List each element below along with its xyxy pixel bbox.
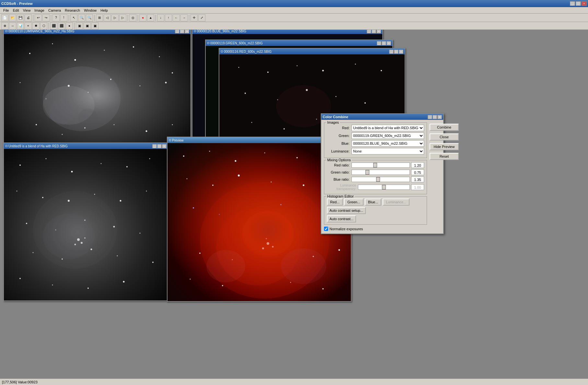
tb2-btn1[interactable]: ⊕ — [1, 22, 8, 29]
pointer-button[interactable]: ↖ — [70, 14, 77, 21]
red-select[interactable]: Untitled9 is a blend of Ha with RED.SBIG — [352, 125, 424, 131]
green-row: Green: 00000119.GREEN_600s_m22.SBIG — [327, 132, 424, 139]
blend-maximize[interactable]: □ — [157, 144, 162, 148]
blue-select[interactable]: 00000120.BLUE_960s_m22.SBIG — [352, 140, 424, 147]
tb2-btn8[interactable]: ⬛ — [58, 22, 65, 29]
undo-button[interactable]: ↩ — [35, 14, 42, 21]
arrow-right-button[interactable]: → — [180, 14, 188, 21]
blue-hist-button[interactable]: Blue... — [365, 198, 381, 206]
open-button[interactable]: 📂 — [9, 14, 16, 21]
tb2-btn12[interactable]: ▣ — [91, 22, 98, 29]
dialog-maximize[interactable]: □ — [432, 115, 437, 119]
svg-point-148 — [281, 248, 326, 284]
green-maximize[interactable]: □ — [382, 41, 386, 45]
red-hist-button[interactable]: Red... — [327, 198, 343, 206]
circle-red-button[interactable]: ● — [139, 14, 146, 21]
triangle-button[interactable]: ▲ — [147, 14, 154, 21]
hide-preview-button[interactable]: Hide Preview — [430, 143, 459, 150]
arrow-down-button[interactable]: ↓ — [157, 14, 164, 21]
normalize-checkbox[interactable] — [324, 227, 328, 231]
blend-close[interactable]: × — [162, 144, 167, 148]
tb2-btn10[interactable]: ▣ — [76, 22, 83, 29]
green-minimize[interactable]: _ — [377, 41, 381, 45]
green-hist-button[interactable]: Green... — [344, 198, 363, 206]
svg-point-14 — [36, 124, 37, 125]
luminance-hist-button[interactable]: Luminance... — [383, 198, 409, 206]
play-button[interactable]: ▷ — [111, 14, 119, 21]
svg-point-118 — [264, 153, 265, 153]
lum-trans-slider[interactable] — [358, 185, 410, 190]
svg-point-27 — [49, 99, 75, 125]
minimize-button[interactable]: _ — [570, 1, 575, 6]
next-button[interactable]: ▷ — [119, 14, 126, 21]
blue-ratio-slider[interactable] — [352, 177, 410, 182]
red-minimize[interactable]: _ — [389, 50, 394, 54]
dialog-minimize[interactable]: _ — [428, 115, 432, 119]
menu-camera[interactable]: Camera — [46, 8, 63, 13]
prev-button[interactable]: ◁ — [104, 14, 111, 21]
menu-file[interactable]: File — [1, 8, 11, 13]
svg-point-126 — [303, 185, 305, 186]
blend-stars — [4, 149, 168, 300]
menu-view[interactable]: View — [21, 8, 33, 13]
svg-point-139 — [339, 249, 340, 251]
svg-point-141 — [222, 285, 223, 286]
red-maximize[interactable]: □ — [394, 50, 398, 54]
maximize-button[interactable]: □ — [576, 1, 581, 6]
tb2-btn7[interactable]: ⬛ — [50, 22, 57, 29]
menu-research[interactable]: Research — [63, 8, 82, 13]
auto-contrast-button[interactable]: Auto contrast... — [327, 215, 356, 222]
status-text: [177,506] Value:00923 — [2, 380, 38, 384]
luminance-stars — [4, 34, 190, 156]
tb2-btn4[interactable]: ⌖ — [25, 22, 32, 29]
tb2-btn3[interactable]: 📊 — [17, 22, 24, 29]
svg-point-72 — [355, 64, 356, 65]
menu-image[interactable]: Image — [32, 8, 46, 13]
tb2-btn6[interactable]: ⬡ — [40, 22, 47, 29]
reset-button[interactable]: Reset — [430, 153, 459, 160]
redo-button[interactable]: ↪ — [42, 14, 50, 21]
zoom-in-button[interactable]: 🔍 — [78, 14, 85, 21]
dialog-close-button[interactable]: Close — [430, 133, 459, 141]
svg-point-146 — [242, 211, 294, 256]
svg-point-15 — [62, 134, 63, 135]
crosshair-button[interactable]: ✛ — [190, 14, 198, 21]
target-button[interactable]: ◎ — [129, 14, 136, 21]
menu-edit[interactable]: Edit — [11, 8, 21, 13]
arrow-left-button[interactable]: ← — [173, 14, 180, 21]
green-close[interactable]: × — [386, 41, 391, 45]
combine-button[interactable]: Combine — [430, 124, 459, 131]
print-button[interactable]: 🖨 — [25, 14, 32, 21]
svg-point-104 — [152, 262, 154, 263]
red-close[interactable]: × — [399, 50, 403, 54]
red-ratio-slider[interactable] — [352, 163, 410, 168]
help-button[interactable]: ? — [52, 14, 60, 21]
blend-minimize[interactable]: _ — [152, 144, 157, 148]
lum-trans-slider-container: 1.00 — [358, 184, 424, 190]
dialog-close[interactable]: × — [437, 115, 442, 119]
info-button[interactable]: ! — [60, 14, 67, 21]
svg-point-99 — [140, 233, 141, 234]
new-button[interactable]: 📄 — [1, 14, 8, 21]
grid-button[interactable]: ⊞ — [96, 14, 103, 21]
tb2-btn5[interactable]: ✱ — [32, 22, 40, 29]
svg-point-4 — [133, 46, 134, 48]
arrow-up-button[interactable]: ↑ — [165, 14, 172, 21]
menu-window[interactable]: Window — [82, 8, 98, 13]
close-button[interactable]: × — [582, 1, 587, 6]
tb2-btn2[interactable]: ↔ — [9, 22, 16, 29]
blue-ratio-label: Blue ratio: — [327, 177, 350, 181]
tb2-btn11[interactable]: ▣ — [84, 22, 91, 29]
green-select[interactable]: 00000119.GREEN_600s_m22.SBIG — [352, 132, 424, 139]
auto-contrast-setup-button[interactable]: Auto contrast setup... — [327, 207, 366, 214]
luminance-label: Luminance: — [327, 149, 350, 153]
menu-help[interactable]: Help — [98, 8, 110, 13]
green-ratio-slider[interactable] — [352, 170, 410, 175]
tb2-btn9[interactable]: ● — [66, 22, 73, 29]
resize-button[interactable]: ⤢ — [198, 14, 205, 21]
green-ratio-label: Green ratio: — [327, 170, 350, 174]
green-controls: _ □ × — [377, 41, 391, 45]
zoom-out-button[interactable]: 🔍 — [86, 14, 93, 21]
luminance-select[interactable]: None — [352, 148, 424, 154]
save-button[interactable]: 💾 — [17, 14, 24, 21]
